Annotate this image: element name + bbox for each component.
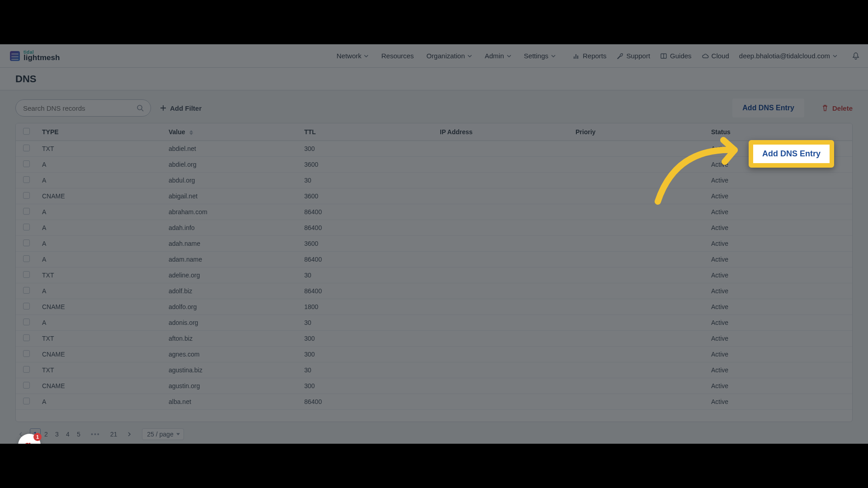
table-row[interactable]: CNAMEagnes.com300Active xyxy=(16,347,852,362)
cell-ip xyxy=(434,394,570,410)
nav-user-menu[interactable]: deep.bhalotia@tidalcloud.com xyxy=(739,52,837,60)
table-row[interactable]: CNAMEagustin.org300Active xyxy=(16,378,852,394)
checkbox-icon[interactable] xyxy=(23,350,30,357)
row-checkbox-cell[interactable] xyxy=(16,157,37,173)
cell-value: abdiel.net xyxy=(163,141,299,157)
bell-icon[interactable] xyxy=(852,52,860,60)
row-checkbox-cell[interactable] xyxy=(16,173,37,188)
column-ip[interactable]: IP Address xyxy=(434,123,570,141)
table-row[interactable]: Aabraham.com86400Active xyxy=(16,204,852,220)
cell-ttl: 30 xyxy=(299,267,434,283)
checkbox-icon[interactable] xyxy=(23,160,30,167)
page-next[interactable] xyxy=(124,428,135,440)
row-checkbox-cell[interactable] xyxy=(16,362,37,378)
checkbox-icon[interactable] xyxy=(23,224,30,230)
row-checkbox-cell[interactable] xyxy=(16,220,37,236)
nav-support[interactable]: Support xyxy=(617,52,651,60)
row-checkbox-cell[interactable] xyxy=(16,188,37,204)
page-number[interactable]: 4 xyxy=(62,428,73,440)
nav-settings[interactable]: Settings xyxy=(524,52,556,60)
sort-icon[interactable] xyxy=(189,130,193,135)
checkbox-icon[interactable] xyxy=(23,319,30,325)
nav-network[interactable]: Network xyxy=(336,52,368,60)
checkbox-icon[interactable] xyxy=(23,145,30,151)
row-checkbox-cell[interactable] xyxy=(16,299,37,315)
table-row[interactable]: Aadam.name86400Active xyxy=(16,252,852,267)
nav-guides[interactable]: Guides xyxy=(660,52,692,60)
page-number[interactable]: 3 xyxy=(52,428,62,440)
add-filter-button[interactable]: Add Filter xyxy=(160,104,202,112)
table-row[interactable]: Aalba.net86400Active xyxy=(16,394,852,410)
table-row[interactable]: CNAMEabigail.net3600Active xyxy=(16,188,852,204)
checkbox-icon[interactable] xyxy=(23,303,30,310)
row-checkbox-cell[interactable] xyxy=(16,252,37,267)
checkbox-icon[interactable] xyxy=(23,366,30,373)
nav-cloud[interactable]: Cloud xyxy=(702,52,729,60)
cell-status: Active xyxy=(706,283,852,299)
checkbox-icon[interactable] xyxy=(23,176,30,183)
page-last[interactable]: 21 xyxy=(107,428,121,440)
column-label: IP Address xyxy=(440,128,472,136)
column-ttl[interactable]: TTL xyxy=(299,123,434,141)
checkbox-icon[interactable] xyxy=(23,334,30,341)
row-checkbox-cell[interactable] xyxy=(16,378,37,394)
row-checkbox-cell[interactable] xyxy=(16,141,37,157)
checkbox-icon[interactable] xyxy=(23,287,30,294)
nav-reports[interactable]: Reports xyxy=(573,52,607,60)
row-checkbox-cell[interactable] xyxy=(16,394,37,410)
letterbox-top xyxy=(0,0,868,44)
table-row[interactable]: TXTafton.biz300Active xyxy=(16,331,852,347)
search-box[interactable] xyxy=(15,99,151,117)
spotlight-add-dns-entry[interactable]: Add DNS Entry xyxy=(749,140,834,168)
cell-priority xyxy=(570,220,706,236)
nav-admin[interactable]: Admin xyxy=(485,52,511,60)
table-row[interactable]: Aadah.name3600Active xyxy=(16,236,852,252)
cell-priority xyxy=(570,378,706,394)
checkbox-icon[interactable] xyxy=(23,239,30,246)
table-row[interactable]: CNAMEadolfo.org1800Active xyxy=(16,299,852,315)
table-row[interactable]: Aabdul.org30Active xyxy=(16,173,852,188)
logo-text: tidal lightmesh xyxy=(24,50,60,61)
column-status[interactable]: Status xyxy=(706,123,852,141)
row-checkbox-cell[interactable] xyxy=(16,204,37,220)
cell-value: adolfo.org xyxy=(163,299,299,315)
cell-ip xyxy=(434,267,570,283)
select-all-header[interactable] xyxy=(16,123,37,141)
table-row[interactable]: Aadolf.biz86400Active xyxy=(16,283,852,299)
column-value[interactable]: Value xyxy=(163,123,299,141)
search-input[interactable] xyxy=(22,104,136,113)
row-checkbox-cell[interactable] xyxy=(16,283,37,299)
checkbox-icon[interactable] xyxy=(23,382,30,389)
table-row[interactable]: TXTadeline.org30Active xyxy=(16,267,852,283)
table-row[interactable]: Aabdiel.org3600Active xyxy=(16,157,852,173)
column-priority[interactable]: Prioriy xyxy=(570,123,706,141)
delete-button[interactable]: Delete xyxy=(821,104,853,112)
table-row[interactable]: Aadah.info86400Active xyxy=(16,220,852,236)
nav-resources[interactable]: Resources xyxy=(381,52,414,60)
add-dns-entry-button[interactable]: Add DNS Entry xyxy=(732,99,804,117)
page-size-select[interactable]: 25 / page xyxy=(142,428,184,440)
checkbox-icon[interactable] xyxy=(23,208,30,215)
checkbox-icon[interactable] xyxy=(23,128,30,135)
table-row[interactable]: TXTagustina.biz30Active xyxy=(16,362,852,378)
checkbox-icon[interactable] xyxy=(23,255,30,262)
table-row[interactable]: Aadonis.org30Active xyxy=(16,315,852,331)
row-checkbox-cell[interactable] xyxy=(16,331,37,347)
nav-organization[interactable]: Organization xyxy=(426,52,472,60)
column-type[interactable]: TYPE xyxy=(37,123,163,141)
checkbox-icon[interactable] xyxy=(23,398,30,404)
table-row[interactable]: TXTabdiel.net300Active xyxy=(16,141,852,157)
cell-status: Active xyxy=(706,378,852,394)
row-checkbox-cell[interactable] xyxy=(16,347,37,362)
checkbox-icon[interactable] xyxy=(23,271,30,278)
brand-logo[interactable]: tidal lightmesh xyxy=(10,50,60,61)
chevron-down-icon xyxy=(507,54,511,58)
row-checkbox-cell[interactable] xyxy=(16,267,37,283)
page-number[interactable]: 2 xyxy=(41,428,52,440)
cell-value: abigail.net xyxy=(163,188,299,204)
checkbox-icon[interactable] xyxy=(23,192,30,199)
row-checkbox-cell[interactable] xyxy=(16,315,37,331)
row-checkbox-cell[interactable] xyxy=(16,236,37,252)
page-number[interactable]: 5 xyxy=(73,428,84,440)
table-body-scroll[interactable]: TXTabdiel.net300ActiveAabdiel.org3600Act… xyxy=(16,141,852,422)
